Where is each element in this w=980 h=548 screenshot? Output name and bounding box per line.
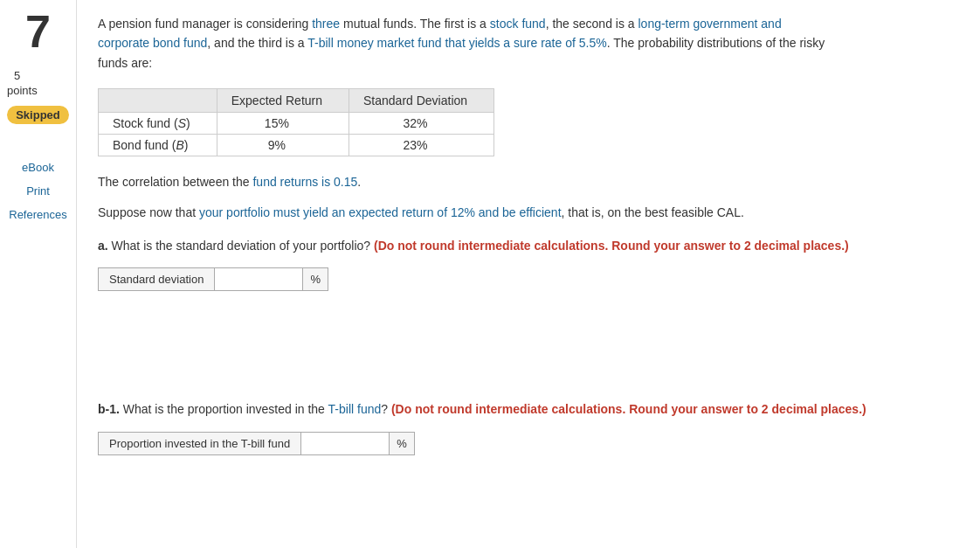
stock-fund-name: Stock fund (S) <box>99 113 217 135</box>
sidebar-links: eBook Print References <box>5 159 70 223</box>
fund-table-container: Expected Return Standard Deviation Stock… <box>98 88 959 156</box>
col-header-std-deviation: Standard Deviation <box>349 89 494 113</box>
part-a-label: a. <box>98 239 108 253</box>
points-label: 5points <box>7 69 38 97</box>
highlight-correlation: fund returns is 0.15 <box>252 175 357 189</box>
part-a-heading: a. What is the standard deviation of you… <box>98 236 959 255</box>
correlation-text: The correlation between the fund returns… <box>98 172 959 191</box>
standard-deviation-unit: % <box>302 268 328 290</box>
table-row: Bond fund (B) 9% 23% <box>99 135 494 156</box>
fund-table: Expected Return Standard Deviation Stock… <box>98 88 494 156</box>
suppose-text: Suppose now that your portfolio must yie… <box>98 203 959 222</box>
bond-expected-return: 9% <box>217 135 349 156</box>
spacer <box>98 316 959 385</box>
references-link[interactable]: References <box>5 206 70 223</box>
main-content: A pension fund manager is considering th… <box>77 0 980 548</box>
highlight-stock: stock fund <box>490 17 546 31</box>
col-header-expected-return: Expected Return <box>217 89 349 113</box>
proportion-label: Proportion invested in the T-bill fund <box>99 433 301 454</box>
part-b1-instruction: (Do not round intermediate calculations.… <box>391 402 866 416</box>
table-row: Stock fund (S) 15% 32% <box>99 113 494 135</box>
stock-std-deviation: 32% <box>349 113 494 135</box>
proportion-input-row: Proportion invested in the T-bill fund % <box>98 432 415 455</box>
sidebar: 7 5points Skipped eBook Print References <box>0 0 77 548</box>
part-b1-heading: b-1. What is the proportion invested in … <box>98 399 959 419</box>
problem-description: A pension fund manager is considering th… <box>98 14 954 73</box>
stock-expected-return: 15% <box>217 113 349 135</box>
highlight-tbill: T-bill money market fund that yields a s… <box>307 36 606 50</box>
ebook-link[interactable]: eBook <box>18 159 58 176</box>
standard-deviation-input-row: Standard deviation % <box>98 267 328 291</box>
bond-std-deviation: 23% <box>349 135 494 156</box>
part-a-instruction: (Do not round intermediate calculations.… <box>374 239 849 253</box>
section-b1: b-1. What is the proportion invested in … <box>98 399 959 454</box>
standard-deviation-input[interactable] <box>215 268 302 290</box>
proportion-input[interactable] <box>301 433 389 454</box>
question-number: 7 <box>25 9 51 54</box>
standard-deviation-label: Standard deviation <box>99 268 215 290</box>
highlight-suppose: your portfolio must yield an expected re… <box>199 205 562 219</box>
bond-fund-name: Bond fund (B) <box>99 135 217 156</box>
highlight-tbill-b1: T-bill fund <box>328 402 382 416</box>
print-link[interactable]: Print <box>23 183 53 199</box>
skipped-badge: Skipped <box>7 106 69 124</box>
part-b1-label: b-1. <box>98 402 120 416</box>
highlight-three: three <box>312 17 340 31</box>
proportion-unit: % <box>389 433 414 454</box>
col-header-name <box>99 89 217 113</box>
